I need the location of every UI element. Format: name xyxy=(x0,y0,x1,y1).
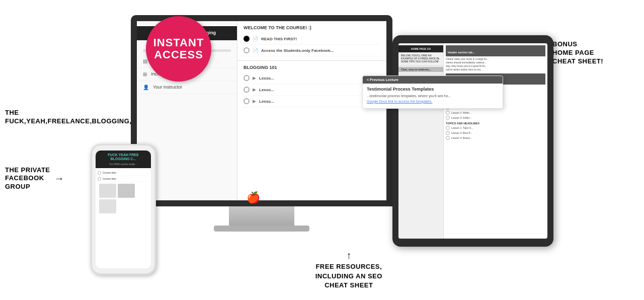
blogging-text-1: Lesso... xyxy=(259,76,274,81)
welcome-title: WELCOME TO THE COURSE! :) xyxy=(244,25,380,30)
lesson-fb-text: Access the Students-only Facebook... xyxy=(261,48,334,53)
tablet-t-lesson-1: Lesson 1: Topic S... xyxy=(446,126,545,130)
blogging-icon-2: ▶ xyxy=(253,87,256,92)
tablet-header-section-label: Header section (ab... xyxy=(448,51,475,54)
bonus-label-text: BONUSHOME PAGECHEAT SHEET! xyxy=(552,40,603,66)
phone-sub: For PAID course stude... xyxy=(98,163,148,166)
phone-thumb-1 xyxy=(99,184,116,198)
blogging-text-2: Lesso... xyxy=(259,88,274,92)
tablet-home-title: HOME PAGE CH xyxy=(411,47,431,50)
popup-body: ...testimonial process templates, where … xyxy=(363,94,503,108)
lesson-file-icon: 📄 xyxy=(253,36,258,41)
tablet-header-section-text: Clearly state your niche in a large he..… xyxy=(446,57,545,71)
sidebar-item-instructor[interactable]: 👤 Your Instructor xyxy=(137,81,237,94)
tablet-t-circle-1 xyxy=(446,126,450,130)
tablet-t-text-3: Lesson 3: Brains... xyxy=(451,136,472,139)
blogging-circle-3 xyxy=(244,98,250,104)
tablet-easy-label: Clear, easy-to-understa... xyxy=(401,68,441,71)
blogging-circle-2 xyxy=(244,87,250,93)
tablet: HOME PAGE CH BELOW, YOU'LL FIND ANEXAMPL… xyxy=(392,35,553,247)
phone-screen: FUCK YEAH FREEBLOGGING C... For PAID cou… xyxy=(96,151,151,268)
phone-text-1: Course item xyxy=(103,171,116,174)
tablet-b-text-3: Lesson 3: Defini... xyxy=(451,116,471,119)
blogging-icon-3: ▶ xyxy=(253,99,256,104)
tablet-main: Header section (ab... Clearly state your… xyxy=(444,43,547,239)
blogging-title: BLOGGING 101 xyxy=(244,65,380,70)
lesson-circle-active xyxy=(244,36,250,42)
instructor-icon: 👤 xyxy=(143,85,149,90)
tablet-screen: HOME PAGE CH BELOW, YOU'LL FIND ANEXAMPL… xyxy=(398,43,547,239)
curriculum-icon: ▤ xyxy=(143,58,147,64)
sidebar-instructor-label: Your Instructor xyxy=(153,85,182,90)
blogging-lesson-1[interactable]: ▶ Lesso... xyxy=(244,72,380,84)
blogging-lesson-3[interactable]: ▶ Lesso... xyxy=(244,96,380,107)
lesson-item-read[interactable]: 📄 READ THIS FIRST! xyxy=(244,33,380,45)
tablet-t-text-2: Lesson 2: Best P... xyxy=(451,131,472,134)
blogging-text-3: Lesso... xyxy=(259,99,274,104)
instant-access-badge: INSTANTACCESS xyxy=(146,16,211,82)
tablet-t-circle-3 xyxy=(446,136,450,140)
phone-img-area xyxy=(98,182,149,215)
phone-circle-2 xyxy=(98,177,101,181)
tablet-b-lesson-3: Lesson 3: Defini... xyxy=(446,116,545,120)
lesson-fb-icon: 📄 xyxy=(253,48,258,53)
phone-header: FUCK YEAH FREEBLOGGING C... For PAID cou… xyxy=(96,151,151,168)
facebook-arrow-right: → xyxy=(54,173,64,184)
popup-header: < Previous Lecture xyxy=(363,76,503,84)
popup-title: Testimonial Process Templates xyxy=(363,84,503,94)
tablet-title-bar: HOME PAGE CH xyxy=(398,45,443,52)
blogging-icon-1: ▶ xyxy=(253,76,256,81)
scene: INSTANTACCESS F Yeah Freelance Blogging … xyxy=(80,5,558,295)
tablet-t-text-1: Lesson 1: Topic S... xyxy=(451,126,473,129)
phone-text-2: Course item xyxy=(103,177,116,180)
popup-body-text: ...testimonial process templates, where … xyxy=(367,94,451,98)
tablet-topics-heading: TOPICS AND HEADLINES xyxy=(446,122,545,125)
phone-circle-1 xyxy=(98,171,101,175)
blogging-circle-1 xyxy=(244,75,250,81)
phone-title: FUCK YEAH FREEBLOGGING C... xyxy=(98,153,148,162)
tablet-below-text: BELOW, YOU'LL FIND ANEXAMPLE OF A FREELA… xyxy=(401,54,441,63)
phone: FUCK YEAH FREEBLOGGING C... For PAID cou… xyxy=(91,144,156,275)
phone-thumb-3 xyxy=(99,199,116,213)
phone-course-item-1: Course item xyxy=(98,170,149,176)
tablet-sidebar-ui: HOME PAGE CH BELOW, YOU'LL FIND ANEXAMPL… xyxy=(398,43,547,239)
included-icon: ⊞ xyxy=(143,71,147,77)
lesson-read-first: READ THIS FIRST! xyxy=(261,37,297,41)
badge-text: INSTANTACCESS xyxy=(153,37,204,61)
lesson-circle-fb xyxy=(244,47,250,53)
tablet-b-circle-3 xyxy=(446,116,450,120)
course-main: WELCOME TO THE COURSE! :) 📄 READ THIS FI… xyxy=(237,21,386,200)
welcome-section: WELCOME TO THE COURSE! :) 📄 READ THIS FI… xyxy=(237,21,386,61)
tablet-t-lesson-3: Lesson 3: Brains... xyxy=(446,136,545,140)
tablet-b-circle-2 xyxy=(446,111,450,115)
popup-overlay: < Previous Lecture Testimonial Process T… xyxy=(362,76,503,109)
facebook-label-text: THE PRIVATEFACEBOOKGROUP xyxy=(5,166,50,192)
tablet-t-lesson-2: Lesson 2: Best P... xyxy=(446,131,545,135)
phone-course-item-2: Course item xyxy=(98,176,149,182)
imac-apple-logo: 🍎 xyxy=(247,191,260,204)
popup-link[interactable]: Google Docs link to access the templates… xyxy=(367,100,432,103)
tablet-b-text-2: Lesson 2: Writin... xyxy=(451,111,471,114)
tablet-b-lesson-2: Lesson 2: Writin... xyxy=(446,111,545,115)
phone-thumb-2 xyxy=(118,184,135,198)
phone-content: Course item Course item xyxy=(96,168,151,217)
lesson-item-facebook[interactable]: 📄 Access the Students-only Facebook... xyxy=(244,45,380,56)
imac-stand xyxy=(229,206,294,232)
tablet-sidebar: HOME PAGE CH BELOW, YOU'LL FIND ANEXAMPL… xyxy=(398,43,444,239)
blogging-lesson-2[interactable]: ▶ Lesso... xyxy=(244,84,380,96)
tablet-t-circle-2 xyxy=(446,131,450,135)
